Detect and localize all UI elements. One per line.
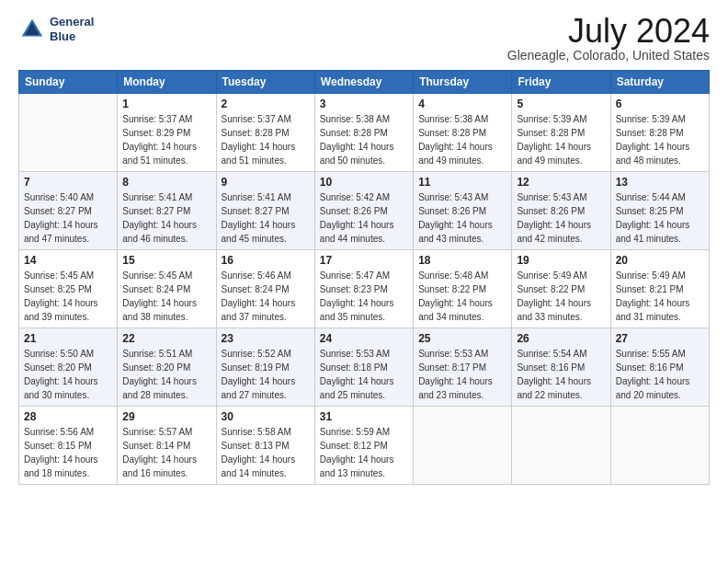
- day-info: Sunrise: 5:49 AM Sunset: 8:21 PM Dayligh…: [616, 269, 704, 324]
- sunrise-text: Sunrise: 5:46 AM: [222, 270, 291, 281]
- day-info: Sunrise: 5:42 AM Sunset: 8:26 PM Dayligh…: [320, 190, 408, 246]
- day-number: 11: [418, 176, 506, 189]
- logo-line2: Blue: [50, 29, 94, 44]
- day-number: 30: [222, 410, 310, 423]
- calendar-cell: 12 Sunrise: 5:43 AM Sunset: 8:26 PM Dayl…: [512, 172, 610, 250]
- daylight-text: Daylight: 14 hours and 49 minutes.: [418, 142, 493, 166]
- sunset-text: Sunset: 8:17 PM: [418, 362, 486, 373]
- day-number: 23: [222, 332, 310, 345]
- daylight-text: Daylight: 14 hours and 35 minutes.: [320, 298, 394, 322]
- day-info: Sunrise: 5:59 AM Sunset: 8:12 PM Dayligh…: [320, 425, 408, 480]
- calendar-cell: 28 Sunrise: 5:56 AM Sunset: 8:15 PM Dayl…: [19, 407, 118, 485]
- daylight-text: Daylight: 14 hours and 41 minutes.: [616, 220, 690, 244]
- calendar-cell: 5 Sunrise: 5:39 AM Sunset: 8:28 PM Dayli…: [512, 94, 610, 172]
- calendar-cell: 30 Sunrise: 5:58 AM Sunset: 8:13 PM Dayl…: [216, 407, 314, 485]
- sunrise-text: Sunrise: 5:39 AM: [517, 114, 586, 124]
- day-info: Sunrise: 5:49 AM Sunset: 8:22 PM Dayligh…: [517, 269, 605, 324]
- sunset-text: Sunset: 8:13 PM: [222, 441, 290, 451]
- sunset-text: Sunset: 8:23 PM: [320, 284, 388, 294]
- sunrise-text: Sunrise: 5:58 AM: [222, 427, 291, 437]
- day-info: Sunrise: 5:45 AM Sunset: 8:24 PM Dayligh…: [122, 269, 210, 324]
- day-number: 12: [517, 176, 605, 189]
- sunrise-text: Sunrise: 5:57 AM: [122, 427, 192, 437]
- day-number: 20: [616, 254, 704, 267]
- logo-line1: General: [50, 15, 94, 29]
- calendar-cell: [414, 407, 512, 485]
- day-info: Sunrise: 5:58 AM Sunset: 8:13 PM Dayligh…: [222, 425, 310, 480]
- day-info: Sunrise: 5:57 AM Sunset: 8:14 PM Dayligh…: [122, 425, 210, 480]
- calendar-cell: 14 Sunrise: 5:45 AM Sunset: 8:25 PM Dayl…: [19, 250, 118, 328]
- sunset-text: Sunset: 8:16 PM: [616, 362, 684, 373]
- sunrise-text: Sunrise: 5:38 AM: [418, 114, 488, 124]
- sunrise-text: Sunrise: 5:45 AM: [24, 270, 94, 281]
- sunset-text: Sunset: 8:12 PM: [320, 441, 388, 451]
- day-number: 24: [320, 332, 408, 345]
- title-block: July 2024 Gleneagle, Colorado, United St…: [507, 15, 710, 63]
- daylight-text: Daylight: 14 hours and 18 minutes.: [24, 454, 98, 478]
- sunset-text: Sunset: 8:18 PM: [320, 362, 388, 373]
- daylight-text: Daylight: 14 hours and 20 minutes.: [616, 376, 690, 400]
- day-info: Sunrise: 5:38 AM Sunset: 8:28 PM Dayligh…: [320, 112, 408, 167]
- sunrise-text: Sunrise: 5:42 AM: [320, 192, 390, 202]
- calendar-cell: 11 Sunrise: 5:43 AM Sunset: 8:26 PM Dayl…: [414, 172, 512, 250]
- day-number: 29: [122, 410, 210, 423]
- daylight-text: Daylight: 14 hours and 46 minutes.: [122, 220, 197, 244]
- day-info: Sunrise: 5:37 AM Sunset: 8:28 PM Dayligh…: [222, 112, 310, 167]
- header-monday: Monday: [118, 71, 216, 94]
- sunrise-text: Sunrise: 5:38 AM: [320, 114, 390, 124]
- page-subtitle: Gleneagle, Colorado, United States: [507, 48, 710, 63]
- day-number: 17: [320, 254, 408, 267]
- page-title: July 2024: [507, 15, 710, 48]
- sunset-text: Sunset: 8:27 PM: [222, 206, 290, 216]
- day-info: Sunrise: 5:39 AM Sunset: 8:28 PM Dayligh…: [616, 112, 704, 167]
- sunset-text: Sunset: 8:19 PM: [222, 362, 290, 373]
- header-sunday: Sunday: [19, 71, 118, 94]
- calendar-cell: 27 Sunrise: 5:55 AM Sunset: 8:16 PM Dayl…: [610, 328, 709, 407]
- sunrise-text: Sunrise: 5:37 AM: [222, 114, 291, 124]
- daylight-text: Daylight: 14 hours and 31 minutes.: [616, 298, 690, 322]
- day-info: Sunrise: 5:45 AM Sunset: 8:25 PM Dayligh…: [24, 269, 112, 324]
- sunset-text: Sunset: 8:26 PM: [320, 206, 388, 216]
- sunset-text: Sunset: 8:16 PM: [517, 362, 585, 373]
- day-info: Sunrise: 5:43 AM Sunset: 8:26 PM Dayligh…: [517, 190, 605, 246]
- sunset-text: Sunset: 8:20 PM: [122, 362, 190, 373]
- sunset-text: Sunset: 8:21 PM: [616, 284, 684, 294]
- calendar-cell: 9 Sunrise: 5:41 AM Sunset: 8:27 PM Dayli…: [216, 172, 314, 250]
- day-number: 5: [517, 98, 605, 110]
- day-number: 26: [517, 332, 605, 345]
- sunrise-text: Sunrise: 5:50 AM: [24, 349, 94, 359]
- header-thursday: Thursday: [414, 71, 512, 94]
- day-info: Sunrise: 5:56 AM Sunset: 8:15 PM Dayligh…: [24, 425, 112, 480]
- logo-icon: [18, 16, 46, 43]
- day-number: 9: [222, 176, 310, 189]
- day-number: 6: [616, 98, 704, 110]
- daylight-text: Daylight: 14 hours and 22 minutes.: [517, 376, 591, 400]
- sunset-text: Sunset: 8:29 PM: [122, 128, 190, 138]
- daylight-text: Daylight: 14 hours and 45 minutes.: [222, 220, 296, 244]
- day-info: Sunrise: 5:52 AM Sunset: 8:19 PM Dayligh…: [222, 347, 310, 402]
- calendar-cell: 31 Sunrise: 5:59 AM Sunset: 8:12 PM Dayl…: [314, 407, 413, 485]
- sunrise-text: Sunrise: 5:47 AM: [320, 270, 390, 281]
- calendar-cell: 20 Sunrise: 5:49 AM Sunset: 8:21 PM Dayl…: [610, 250, 709, 328]
- calendar-cell: 3 Sunrise: 5:38 AM Sunset: 8:28 PM Dayli…: [314, 94, 413, 172]
- day-info: Sunrise: 5:53 AM Sunset: 8:18 PM Dayligh…: [320, 347, 408, 402]
- day-number: 16: [222, 254, 310, 267]
- calendar-header: Sunday Monday Tuesday Wednesday Thursday…: [19, 71, 710, 94]
- calendar-table: Sunday Monday Tuesday Wednesday Thursday…: [18, 70, 710, 485]
- sunrise-text: Sunrise: 5:43 AM: [418, 192, 488, 202]
- calendar-cell: 7 Sunrise: 5:40 AM Sunset: 8:27 PM Dayli…: [19, 172, 118, 250]
- sunrise-text: Sunrise: 5:56 AM: [24, 427, 94, 437]
- calendar-cell: 24 Sunrise: 5:53 AM Sunset: 8:18 PM Dayl…: [314, 328, 413, 407]
- sunrise-text: Sunrise: 5:49 AM: [616, 270, 686, 281]
- day-info: Sunrise: 5:41 AM Sunset: 8:27 PM Dayligh…: [222, 190, 310, 246]
- day-number: 10: [320, 176, 408, 189]
- daylight-text: Daylight: 14 hours and 38 minutes.: [122, 298, 197, 322]
- calendar-cell: 15 Sunrise: 5:45 AM Sunset: 8:24 PM Dayl…: [118, 250, 216, 328]
- day-number: 25: [418, 332, 506, 345]
- day-info: Sunrise: 5:54 AM Sunset: 8:16 PM Dayligh…: [517, 347, 605, 402]
- calendar-cell: 19 Sunrise: 5:49 AM Sunset: 8:22 PM Dayl…: [512, 250, 610, 328]
- sunset-text: Sunset: 8:24 PM: [122, 284, 190, 294]
- week-row-1: 1 Sunrise: 5:37 AM Sunset: 8:29 PM Dayli…: [19, 94, 710, 172]
- calendar-cell: 18 Sunrise: 5:48 AM Sunset: 8:22 PM Dayl…: [414, 250, 512, 328]
- sunrise-text: Sunrise: 5:44 AM: [616, 192, 686, 202]
